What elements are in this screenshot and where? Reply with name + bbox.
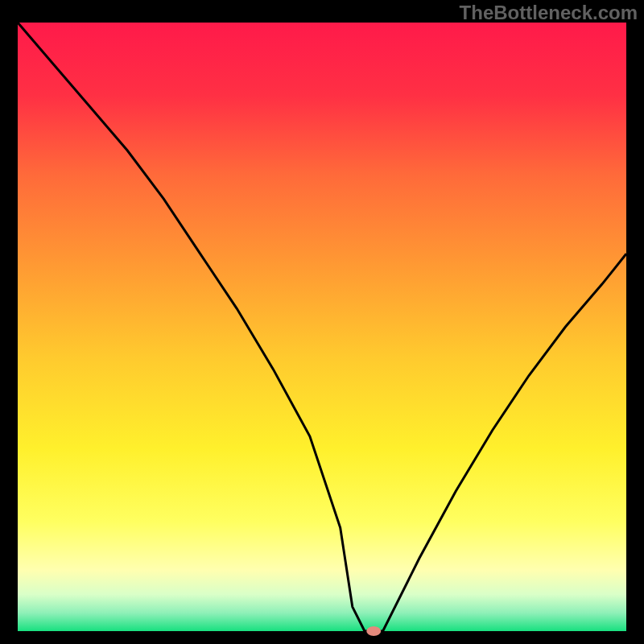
chart-svg <box>0 0 644 644</box>
plot-area <box>18 23 626 631</box>
bottleneck-marker <box>366 626 381 636</box>
watermark-text: TheBottleneck.com <box>460 2 638 24</box>
bottleneck-chart: TheBottleneck.com <box>0 0 644 644</box>
